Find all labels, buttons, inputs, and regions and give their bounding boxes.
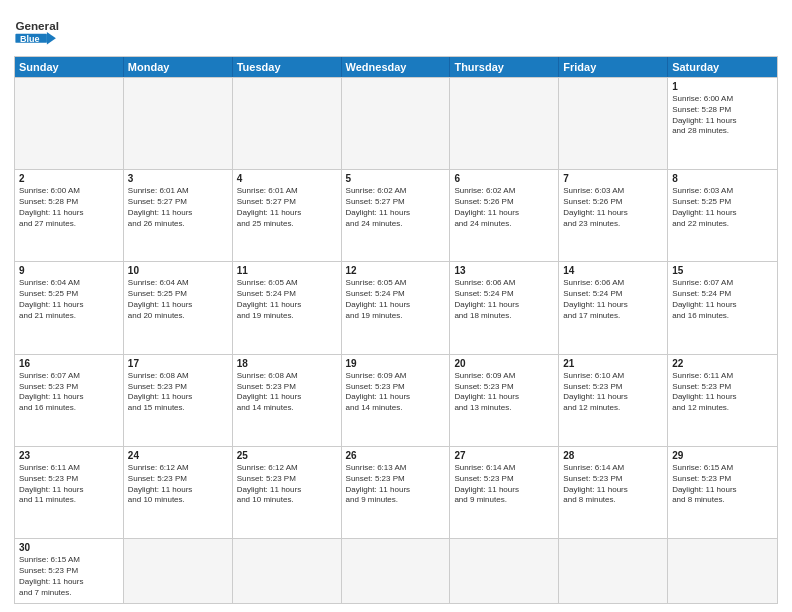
cal-cell-6-3 (233, 539, 342, 603)
cell-info: Sunrise: 6:11 AM Sunset: 5:23 PM Dayligh… (672, 371, 773, 414)
logo: General Blue (14, 14, 60, 50)
cell-info: Sunrise: 6:13 AM Sunset: 5:23 PM Dayligh… (346, 463, 446, 506)
cell-info: Sunrise: 6:15 AM Sunset: 5:23 PM Dayligh… (19, 555, 119, 598)
day-number: 24 (128, 450, 228, 461)
calendar-header-row: SundayMondayTuesdayWednesdayThursdayFrid… (15, 57, 777, 77)
day-number: 5 (346, 173, 446, 184)
day-number: 6 (454, 173, 554, 184)
svg-text:General: General (15, 19, 59, 32)
cell-info: Sunrise: 6:06 AM Sunset: 5:24 PM Dayligh… (563, 278, 663, 321)
cal-cell-2-5: 6Sunrise: 6:02 AM Sunset: 5:26 PM Daylig… (450, 170, 559, 261)
cal-header-monday: Monday (124, 57, 233, 77)
cal-header-sunday: Sunday (15, 57, 124, 77)
day-number: 1 (672, 81, 773, 92)
cell-info: Sunrise: 6:09 AM Sunset: 5:23 PM Dayligh… (454, 371, 554, 414)
cell-info: Sunrise: 6:00 AM Sunset: 5:28 PM Dayligh… (672, 94, 773, 137)
cell-info: Sunrise: 6:10 AM Sunset: 5:23 PM Dayligh… (563, 371, 663, 414)
cal-cell-5-1: 23Sunrise: 6:11 AM Sunset: 5:23 PM Dayli… (15, 447, 124, 538)
cal-header-thursday: Thursday (450, 57, 559, 77)
cal-cell-1-4 (342, 78, 451, 169)
cal-cell-5-4: 26Sunrise: 6:13 AM Sunset: 5:23 PM Dayli… (342, 447, 451, 538)
cal-cell-2-7: 8Sunrise: 6:03 AM Sunset: 5:25 PM Daylig… (668, 170, 777, 261)
cal-cell-5-5: 27Sunrise: 6:14 AM Sunset: 5:23 PM Dayli… (450, 447, 559, 538)
logo-svg: General Blue (14, 14, 60, 50)
cell-info: Sunrise: 6:09 AM Sunset: 5:23 PM Dayligh… (346, 371, 446, 414)
cal-week-4: 16Sunrise: 6:07 AM Sunset: 5:23 PM Dayli… (15, 354, 777, 446)
cal-cell-3-4: 12Sunrise: 6:05 AM Sunset: 5:24 PM Dayli… (342, 262, 451, 353)
day-number: 29 (672, 450, 773, 461)
cell-info: Sunrise: 6:06 AM Sunset: 5:24 PM Dayligh… (454, 278, 554, 321)
cell-info: Sunrise: 6:00 AM Sunset: 5:28 PM Dayligh… (19, 186, 119, 229)
day-number: 19 (346, 358, 446, 369)
cell-info: Sunrise: 6:12 AM Sunset: 5:23 PM Dayligh… (128, 463, 228, 506)
cal-cell-3-3: 11Sunrise: 6:05 AM Sunset: 5:24 PM Dayli… (233, 262, 342, 353)
cal-cell-4-3: 18Sunrise: 6:08 AM Sunset: 5:23 PM Dayli… (233, 355, 342, 446)
cell-info: Sunrise: 6:05 AM Sunset: 5:24 PM Dayligh… (346, 278, 446, 321)
cal-header-wednesday: Wednesday (342, 57, 451, 77)
header: General Blue (14, 10, 778, 50)
cal-cell-2-3: 4Sunrise: 6:01 AM Sunset: 5:27 PM Daylig… (233, 170, 342, 261)
cal-cell-2-6: 7Sunrise: 6:03 AM Sunset: 5:26 PM Daylig… (559, 170, 668, 261)
cal-cell-6-1: 30Sunrise: 6:15 AM Sunset: 5:23 PM Dayli… (15, 539, 124, 603)
cell-info: Sunrise: 6:05 AM Sunset: 5:24 PM Dayligh… (237, 278, 337, 321)
day-number: 27 (454, 450, 554, 461)
cell-info: Sunrise: 6:14 AM Sunset: 5:23 PM Dayligh… (454, 463, 554, 506)
cal-cell-2-2: 3Sunrise: 6:01 AM Sunset: 5:27 PM Daylig… (124, 170, 233, 261)
cell-info: Sunrise: 6:12 AM Sunset: 5:23 PM Dayligh… (237, 463, 337, 506)
calendar-body: 1Sunrise: 6:00 AM Sunset: 5:28 PM Daylig… (15, 77, 777, 603)
day-number: 2 (19, 173, 119, 184)
cal-cell-6-6 (559, 539, 668, 603)
cal-cell-4-7: 22Sunrise: 6:11 AM Sunset: 5:23 PM Dayli… (668, 355, 777, 446)
cal-cell-2-4: 5Sunrise: 6:02 AM Sunset: 5:27 PM Daylig… (342, 170, 451, 261)
cell-info: Sunrise: 6:01 AM Sunset: 5:27 PM Dayligh… (128, 186, 228, 229)
cal-cell-5-3: 25Sunrise: 6:12 AM Sunset: 5:23 PM Dayli… (233, 447, 342, 538)
cal-cell-3-5: 13Sunrise: 6:06 AM Sunset: 5:24 PM Dayli… (450, 262, 559, 353)
calendar: SundayMondayTuesdayWednesdayThursdayFrid… (14, 56, 778, 604)
cell-info: Sunrise: 6:02 AM Sunset: 5:26 PM Dayligh… (454, 186, 554, 229)
cal-cell-3-1: 9Sunrise: 6:04 AM Sunset: 5:25 PM Daylig… (15, 262, 124, 353)
cell-info: Sunrise: 6:03 AM Sunset: 5:26 PM Dayligh… (563, 186, 663, 229)
day-number: 15 (672, 265, 773, 276)
day-number: 22 (672, 358, 773, 369)
day-number: 28 (563, 450, 663, 461)
cal-header-saturday: Saturday (668, 57, 777, 77)
day-number: 17 (128, 358, 228, 369)
day-number: 21 (563, 358, 663, 369)
page: General Blue SundayMondayTuesdayWednesda… (0, 0, 792, 612)
cal-cell-1-3 (233, 78, 342, 169)
cal-week-3: 9Sunrise: 6:04 AM Sunset: 5:25 PM Daylig… (15, 261, 777, 353)
cell-info: Sunrise: 6:11 AM Sunset: 5:23 PM Dayligh… (19, 463, 119, 506)
day-number: 12 (346, 265, 446, 276)
cal-week-5: 23Sunrise: 6:11 AM Sunset: 5:23 PM Dayli… (15, 446, 777, 538)
cal-week-6: 30Sunrise: 6:15 AM Sunset: 5:23 PM Dayli… (15, 538, 777, 603)
cal-header-friday: Friday (559, 57, 668, 77)
cal-cell-5-6: 28Sunrise: 6:14 AM Sunset: 5:23 PM Dayli… (559, 447, 668, 538)
cal-cell-4-2: 17Sunrise: 6:08 AM Sunset: 5:23 PM Dayli… (124, 355, 233, 446)
cal-cell-1-7: 1Sunrise: 6:00 AM Sunset: 5:28 PM Daylig… (668, 78, 777, 169)
cal-header-tuesday: Tuesday (233, 57, 342, 77)
day-number: 26 (346, 450, 446, 461)
day-number: 30 (19, 542, 119, 553)
cal-cell-4-4: 19Sunrise: 6:09 AM Sunset: 5:23 PM Dayli… (342, 355, 451, 446)
cal-cell-6-5 (450, 539, 559, 603)
cal-cell-4-5: 20Sunrise: 6:09 AM Sunset: 5:23 PM Dayli… (450, 355, 559, 446)
cal-week-2: 2Sunrise: 6:00 AM Sunset: 5:28 PM Daylig… (15, 169, 777, 261)
cal-cell-6-7 (668, 539, 777, 603)
cal-cell-4-1: 16Sunrise: 6:07 AM Sunset: 5:23 PM Dayli… (15, 355, 124, 446)
cal-cell-3-6: 14Sunrise: 6:06 AM Sunset: 5:24 PM Dayli… (559, 262, 668, 353)
cal-cell-6-2 (124, 539, 233, 603)
svg-text:Blue: Blue (20, 34, 40, 44)
day-number: 3 (128, 173, 228, 184)
day-number: 11 (237, 265, 337, 276)
cell-info: Sunrise: 6:08 AM Sunset: 5:23 PM Dayligh… (128, 371, 228, 414)
cell-info: Sunrise: 6:15 AM Sunset: 5:23 PM Dayligh… (672, 463, 773, 506)
day-number: 14 (563, 265, 663, 276)
cell-info: Sunrise: 6:07 AM Sunset: 5:24 PM Dayligh… (672, 278, 773, 321)
cal-cell-1-5 (450, 78, 559, 169)
cell-info: Sunrise: 6:07 AM Sunset: 5:23 PM Dayligh… (19, 371, 119, 414)
cal-cell-5-2: 24Sunrise: 6:12 AM Sunset: 5:23 PM Dayli… (124, 447, 233, 538)
day-number: 20 (454, 358, 554, 369)
cal-cell-1-1 (15, 78, 124, 169)
cell-info: Sunrise: 6:08 AM Sunset: 5:23 PM Dayligh… (237, 371, 337, 414)
day-number: 4 (237, 173, 337, 184)
